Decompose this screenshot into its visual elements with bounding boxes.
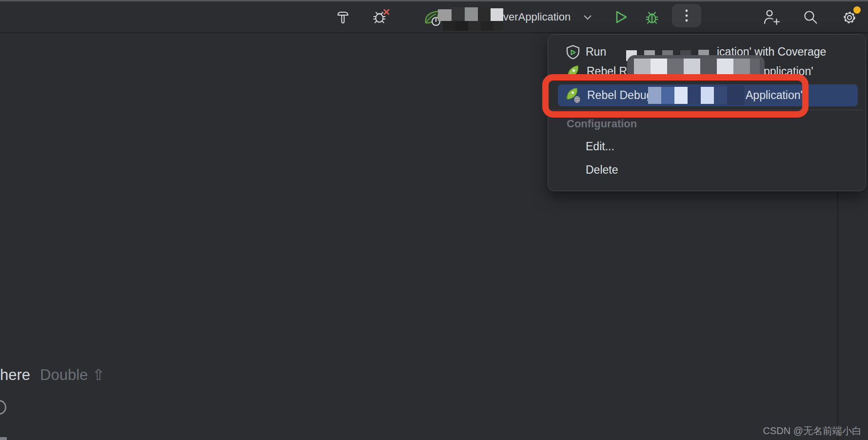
censored-run-config-name xyxy=(438,7,503,31)
partial-letter xyxy=(0,400,6,415)
build-hammer-icon[interactable] xyxy=(335,10,350,25)
menu-section-header: Configuration xyxy=(567,118,637,130)
debug-bug-icon[interactable] xyxy=(643,8,661,26)
mute-bug-icon[interactable] xyxy=(372,8,391,25)
menu-item-edit[interactable]: Edit... xyxy=(586,140,614,153)
main-toolbar: verApplication xyxy=(0,1,868,33)
menu-item-label: Run xyxy=(586,45,606,59)
csdn-watermark: CSDN @无名前端小白 xyxy=(763,424,862,438)
run-config-chevron-icon[interactable] xyxy=(583,14,592,21)
hint-text-fragment: here xyxy=(0,366,30,384)
search-icon[interactable] xyxy=(802,9,819,25)
code-with-me-icon[interactable] xyxy=(762,8,782,26)
run-configuration-selector[interactable]: verApplication xyxy=(503,11,571,23)
ide-window: verApplication xyxy=(0,0,868,440)
more-actions-button[interactable] xyxy=(672,4,701,27)
partial-letter xyxy=(0,437,7,440)
hint-shortcut: Double ⇧ xyxy=(40,366,105,384)
run-with-coverage-shield-icon xyxy=(565,44,581,60)
settings-gear-icon[interactable] xyxy=(841,8,859,26)
settings-notification-dot xyxy=(853,6,861,14)
annotation-highlight-box xyxy=(542,74,809,118)
search-everywhere-hint: here Double ⇧ xyxy=(0,366,105,384)
run-play-icon[interactable] xyxy=(613,9,629,25)
more-kebab-icon xyxy=(680,8,693,23)
menu-item-delete[interactable]: Delete xyxy=(586,163,618,177)
